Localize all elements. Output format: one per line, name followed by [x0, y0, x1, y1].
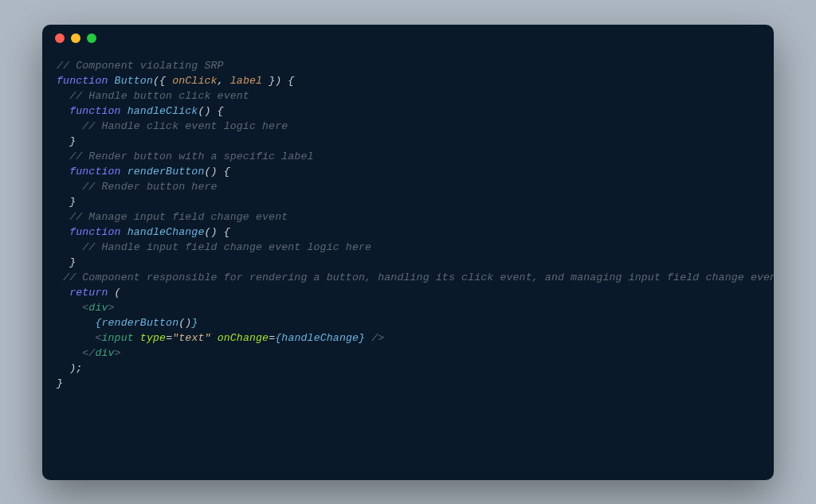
code-param: label — [230, 75, 262, 87]
jsx-brace: } — [359, 332, 365, 344]
jsx-angle: /> — [365, 332, 384, 344]
code-keyword: return — [69, 287, 114, 299]
code-punct: () — [178, 317, 191, 329]
code-function-name: renderButton — [128, 166, 205, 178]
jsx-attr: type — [140, 332, 166, 344]
code-comment: // Component violating SRP — [57, 60, 224, 72]
code-punct: }) { — [262, 75, 294, 87]
jsx-angle: > — [115, 347, 121, 359]
code-keyword: function — [69, 226, 128, 238]
code-indent — [57, 347, 82, 359]
code-content: // Component violating SRP function Butt… — [42, 52, 774, 405]
code-keyword: function — [69, 105, 128, 117]
code-comment: // Component responsible for rendering a… — [57, 272, 774, 283]
code-function-name: handleChange — [128, 226, 205, 238]
code-keyword: function — [57, 75, 115, 87]
code-punct: () { — [204, 166, 230, 178]
jsx-angle: > — [108, 302, 115, 314]
code-punct: () { — [198, 105, 223, 117]
code-keyword: function — [69, 166, 128, 178]
code-comment: // Render button with a specific label — [57, 150, 314, 162]
window-titlebar — [42, 25, 774, 52]
code-punct: ({ — [153, 75, 172, 87]
code-punct: = — [166, 332, 172, 344]
code-punct — [211, 332, 218, 344]
code-comment: // Manage input field change event — [57, 211, 288, 223]
code-punct: () { — [204, 226, 230, 238]
jsx-tag: div — [88, 302, 108, 314]
code-identifier: handleChange — [281, 332, 359, 344]
code-indent — [57, 287, 69, 299]
code-indent — [57, 105, 69, 117]
code-function-name: handleClick — [128, 105, 198, 117]
code-indent — [57, 226, 69, 238]
code-punct: , — [218, 75, 230, 87]
code-indent — [57, 332, 95, 344]
code-comment: // Render button here — [57, 181, 218, 193]
code-indent — [57, 166, 69, 178]
close-icon[interactable] — [55, 33, 65, 43]
code-brace: } — [57, 377, 63, 389]
code-brace: } — [57, 135, 76, 147]
code-indent — [57, 317, 95, 329]
code-comment: // Handle button click event — [57, 90, 249, 102]
code-window: // Component violating SRP function Butt… — [42, 25, 774, 480]
minimize-icon[interactable] — [71, 33, 80, 43]
code-punct: ( — [115, 287, 121, 299]
code-param: onClick — [172, 75, 217, 87]
code-punct: ); — [57, 362, 82, 374]
jsx-tag: div — [95, 347, 114, 359]
jsx-attr: onChange — [218, 332, 269, 344]
code-comment: // Handle click event logic here — [57, 120, 288, 132]
jsx-angle: </ — [82, 347, 95, 359]
code-function-call: renderButton — [101, 317, 178, 329]
code-brace: } — [57, 196, 76, 208]
code-brace: } — [57, 256, 76, 268]
jsx-tag: input — [101, 332, 139, 344]
code-comment: // Handle input field change event logic… — [57, 241, 371, 253]
code-string: "text" — [172, 332, 210, 344]
maximize-icon[interactable] — [87, 33, 96, 43]
code-function-name: Button — [115, 75, 153, 87]
code-indent — [57, 302, 82, 314]
jsx-brace: } — [191, 317, 198, 329]
